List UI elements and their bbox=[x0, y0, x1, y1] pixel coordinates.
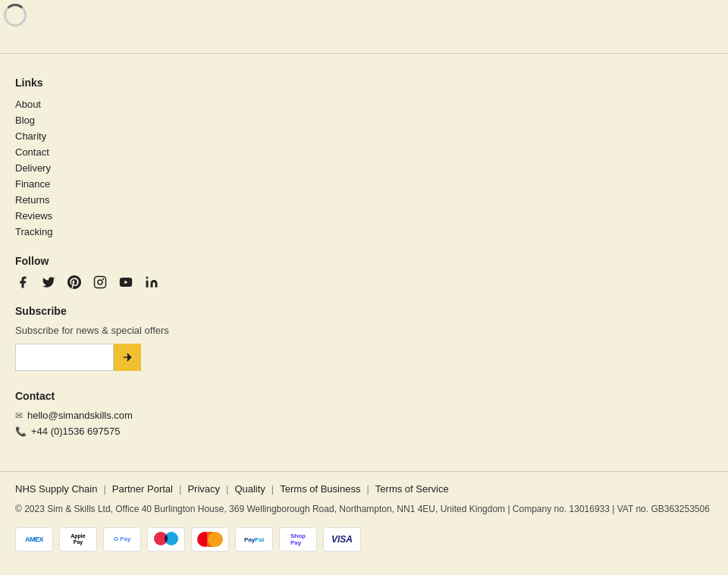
contact-phone-row: 📞 +44 (0)1536 697575 bbox=[15, 426, 713, 437]
maestro-circle-right bbox=[165, 532, 178, 545]
visa-label: VISA bbox=[331, 534, 353, 545]
instagram-icon[interactable] bbox=[93, 275, 108, 290]
payment-applepay: ApplePay bbox=[59, 527, 97, 551]
payment-methods-row: AMEX ApplePay G Pay PayPal ShopPay bbox=[15, 527, 713, 551]
youtube-icon[interactable] bbox=[118, 275, 133, 290]
follow-heading: Follow bbox=[15, 255, 713, 267]
separator-4: | bbox=[271, 483, 274, 495]
nav-link-returns[interactable]: Returns bbox=[15, 192, 713, 208]
googlepay-label: G Pay bbox=[114, 536, 131, 543]
payment-shopay: ShopPay bbox=[279, 527, 317, 551]
paypal-label: PayPal bbox=[244, 536, 264, 543]
svg-point-2 bbox=[102, 278, 104, 280]
separator-2: | bbox=[179, 483, 181, 495]
subscribe-submit-button[interactable] bbox=[114, 344, 141, 371]
shopay-label: ShopPay bbox=[290, 533, 306, 546]
nav-link-charity[interactable]: Charity bbox=[15, 128, 713, 144]
pinterest-icon[interactable] bbox=[67, 275, 82, 290]
separator-5: | bbox=[366, 483, 369, 495]
subscribe-email-input[interactable] bbox=[15, 344, 114, 371]
subscribe-form bbox=[15, 344, 713, 371]
subscribe-section: Subscribe Subscribe for news & special o… bbox=[15, 305, 713, 371]
payment-paypal: PayPal bbox=[235, 527, 273, 551]
footer-link-nhs[interactable]: NHS Supply Chain bbox=[15, 483, 97, 495]
svg-rect-0 bbox=[95, 277, 106, 288]
svg-rect-4 bbox=[146, 281, 149, 288]
nav-link-tracking[interactable]: Tracking bbox=[15, 224, 713, 240]
footer-content: Links About Blog Charity Contact Deliver… bbox=[0, 54, 728, 471]
payment-googlepay: G Pay bbox=[103, 527, 141, 551]
nav-link-about[interactable]: About bbox=[15, 96, 713, 112]
phone-icon: 📞 bbox=[15, 426, 27, 437]
nav-link-blog[interactable]: Blog bbox=[15, 112, 713, 128]
mc-circle-right bbox=[208, 532, 223, 547]
email-icon: ✉ bbox=[15, 410, 23, 421]
footer-link-privacy[interactable]: Privacy bbox=[187, 483, 220, 495]
payment-amex: AMEX bbox=[15, 527, 53, 551]
contact-email-link[interactable]: hello@simandskills.com bbox=[27, 410, 133, 421]
twitter-icon[interactable] bbox=[41, 275, 56, 290]
copyright-text: © 2023 Sim & Skills Ltd, Office 40 Burli… bbox=[15, 502, 713, 516]
contact-email-row: ✉ hello@simandskills.com bbox=[15, 410, 713, 421]
facebook-icon[interactable] bbox=[15, 275, 30, 290]
footer-link-partner[interactable]: Partner Portal bbox=[112, 483, 173, 495]
svg-point-1 bbox=[98, 280, 102, 284]
footer-link-terms-business[interactable]: Terms of Business bbox=[280, 483, 360, 495]
footer-link-quality[interactable]: Quality bbox=[234, 483, 265, 495]
mastercard-circles bbox=[197, 532, 223, 547]
svg-point-5 bbox=[146, 277, 149, 279]
links-heading: Links bbox=[15, 77, 713, 89]
contact-heading: Contact bbox=[15, 390, 713, 402]
payment-mastercard bbox=[191, 527, 229, 551]
separator-3: | bbox=[226, 483, 228, 495]
linkedin-icon[interactable] bbox=[144, 275, 159, 290]
contact-phone-link[interactable]: +44 (0)1536 697575 bbox=[31, 426, 120, 437]
amex-label: AMEX bbox=[25, 536, 43, 543]
contact-section: Contact ✉ hello@simandskills.com 📞 +44 (… bbox=[15, 390, 713, 437]
applepay-label: ApplePay bbox=[71, 533, 85, 546]
subscribe-description: Subscribe for news & special offers bbox=[15, 325, 713, 336]
payment-maestro bbox=[147, 527, 185, 551]
footer-link-terms-service[interactable]: Terms of Service bbox=[375, 483, 449, 495]
nav-link-delivery[interactable]: Delivery bbox=[15, 160, 713, 176]
follow-section: Follow bbox=[15, 255, 713, 290]
subscribe-heading: Subscribe bbox=[15, 305, 713, 317]
nav-link-finance[interactable]: Finance bbox=[15, 176, 713, 192]
footer-bottom: NHS Supply Chain | Partner Portal | Priv… bbox=[0, 471, 728, 559]
footer-links-row: NHS Supply Chain | Partner Portal | Priv… bbox=[15, 483, 713, 495]
payment-visa: VISA bbox=[323, 527, 361, 551]
links-section: Links About Blog Charity Contact Deliver… bbox=[15, 77, 713, 240]
nav-link-reviews[interactable]: Reviews bbox=[15, 208, 713, 224]
nav-link-contact[interactable]: Contact bbox=[15, 144, 713, 160]
social-icons-row bbox=[15, 275, 713, 290]
spinner-circle bbox=[4, 4, 27, 27]
separator-1: | bbox=[103, 483, 105, 495]
loading-spinner bbox=[4, 4, 34, 34]
maestro-circles bbox=[154, 532, 178, 547]
